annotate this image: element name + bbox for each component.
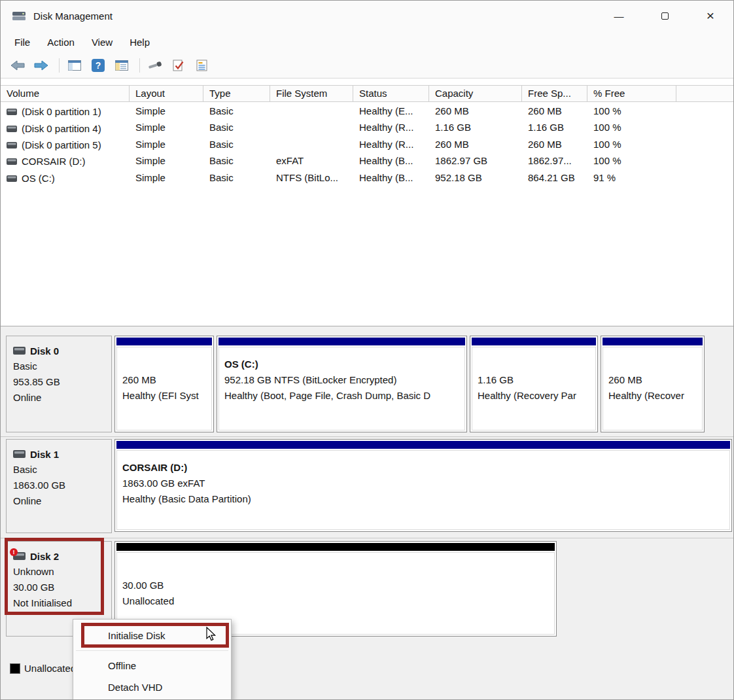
disk-panel-disk0[interactable]: Disk 0 Basic 953.85 GB Online [6, 336, 112, 432]
titlebar: Disk Management — × [1, 1, 733, 31]
close-button[interactable]: × [688, 1, 733, 31]
cell-pct-free: 100 % [587, 120, 676, 136]
disk-name: Disk 2 [30, 551, 59, 562]
partition-title: OS (C:) [224, 357, 464, 372]
column-header-blank [676, 86, 734, 101]
cell-pct-free: 100 % [587, 137, 676, 153]
window-controls: — × [596, 1, 733, 31]
volume-name: (Disk 0 partition 1) [22, 106, 101, 117]
minimize-button[interactable]: — [596, 1, 642, 31]
volume-list-pane: Volume Layout Type File System Status Ca… [1, 79, 733, 326]
menu-view[interactable]: View [83, 33, 121, 51]
properties-icon[interactable] [192, 56, 213, 75]
cell-capacity: 260 MB [429, 137, 522, 153]
menu-item-detach-vhd[interactable]: Detach VHD [73, 676, 231, 698]
help-icon[interactable]: ? [88, 56, 109, 75]
console-tree-icon[interactable] [64, 56, 85, 75]
column-header-free-space[interactable]: Free Sp... [522, 86, 587, 101]
partition-title: CORSAIR (D:) [122, 460, 729, 476]
partition-body: 260 MB Healthy (Recover [603, 347, 703, 430]
primary-partition-band [116, 441, 730, 449]
partition-disk0-efi[interactable]: 260 MB Healthy (EFI Syst [114, 336, 214, 432]
cell-type: Basic [203, 153, 270, 169]
cell-file-system [270, 103, 353, 120]
cell-layout: Simple [130, 170, 203, 186]
cell-file-system: NTFS (BitLo... [270, 170, 353, 186]
partition-title [608, 357, 702, 372]
cell-status: Healthy (E... [353, 103, 429, 120]
menu-help[interactable]: Help [121, 33, 158, 51]
partition-title [478, 357, 595, 372]
volume-icon [7, 123, 17, 134]
table-row[interactable]: (Disk 0 partition 5) Simple Basic Health… [1, 137, 733, 153]
menu-action[interactable]: Action [39, 33, 83, 51]
legend: Unallocated [10, 663, 76, 674]
partition-title [122, 562, 554, 578]
menu-separator [76, 650, 228, 651]
tools-icon[interactable] [145, 56, 166, 75]
partition-disk0-recovery1[interactable]: 1.16 GB Healthy (Recovery Par [470, 336, 598, 432]
disk-status: Online [13, 390, 111, 406]
disk-name: Disk 1 [30, 449, 59, 460]
volume-icon [7, 139, 17, 150]
cell-type: Basic [203, 137, 270, 153]
menu-item-offline[interactable]: Offline [73, 655, 231, 676]
disk-icon [13, 450, 26, 458]
table-row[interactable]: OS (C:) Simple Basic NTFS (BitLo... Heal… [1, 170, 733, 186]
cell-layout: Simple [130, 153, 203, 169]
partition-body: OS (C:) 952.18 GB NTFS (BitLocker Encryp… [218, 347, 465, 430]
volume-name: (Disk 0 partition 5) [22, 139, 101, 150]
checkmark-icon[interactable] [168, 56, 189, 75]
volume-icon [7, 156, 17, 167]
back-icon[interactable] [7, 56, 28, 75]
volume-name: CORSAIR (D:) [22, 156, 86, 167]
show-hide-icon[interactable] [111, 56, 132, 75]
table-row[interactable]: (Disk 0 partition 1) Simple Basic Health… [1, 103, 733, 120]
column-header-pct-free[interactable]: % Free [587, 86, 676, 101]
cell-free-space: 864.21 GB [522, 170, 587, 186]
question-mark-icon: ? [92, 59, 105, 72]
cell-file-system [270, 137, 353, 153]
cell-free-space: 260 MB [522, 137, 587, 153]
column-header-layout[interactable]: Layout [130, 86, 203, 101]
menu-file[interactable]: File [6, 33, 39, 51]
disk-error-icon: ! [13, 552, 26, 560]
partition-size: 952.18 GB NTFS (BitLocker Encrypted) [224, 372, 464, 388]
menu-item-initialise-disk[interactable]: Initialise Disk [73, 625, 231, 646]
partition-body: 1.16 GB Healthy (Recovery Par [472, 347, 596, 430]
disk-management-window: Disk Management — × File Action View Hel… [0, 0, 734, 700]
table-row[interactable]: (Disk 0 partition 4) Simple Basic Health… [1, 120, 733, 136]
table-header: Volume Layout Type File System Status Ca… [1, 85, 733, 102]
partition-size: 260 MB [608, 372, 702, 388]
partition-body: 260 MB Healthy (EFI Syst [116, 347, 212, 430]
volume-icon [7, 173, 17, 184]
cell-layout: Simple [130, 120, 203, 136]
partition-disk1-corsair-d[interactable]: CORSAIR (D:) 1863.00 GB exFAT Healthy (B… [114, 439, 732, 532]
cell-layout: Simple [130, 103, 203, 120]
column-header-status[interactable]: Status [353, 86, 429, 101]
cell-type: Basic [203, 120, 270, 136]
column-header-file-system[interactable]: File System [270, 86, 353, 101]
forward-icon[interactable] [31, 56, 52, 75]
toolbar: ? [1, 53, 733, 79]
volume-name: (Disk 0 partition 4) [22, 123, 101, 134]
disk-status: Not Initialised [13, 595, 111, 611]
column-header-type[interactable]: Type [203, 86, 270, 101]
table-row[interactable]: CORSAIR (D:) Simple Basic exFAT Healthy … [1, 153, 733, 169]
disk-size: 30.00 GB [13, 580, 111, 595]
cell-free-space: 1862.97... [522, 153, 587, 169]
partition-size: 30.00 GB [122, 578, 554, 593]
disk-panel-disk1[interactable]: Disk 1 Basic 1863.00 GB Online [6, 439, 112, 533]
cell-type: Basic [203, 103, 270, 120]
disk-name: Disk 0 [30, 345, 59, 357]
maximize-button[interactable] [642, 1, 688, 31]
column-header-capacity[interactable]: Capacity [429, 86, 522, 101]
partition-status: Healthy (Recovery Par [478, 388, 595, 404]
toolbar-separator [59, 58, 60, 73]
primary-partition-band [603, 338, 703, 345]
partition-disk0-recovery2[interactable]: 260 MB Healthy (Recover [601, 336, 705, 432]
partition-disk0-os-c[interactable]: OS (C:) 952.18 GB NTFS (BitLocker Encryp… [217, 336, 467, 432]
column-header-volume[interactable]: Volume [1, 86, 130, 101]
cell-capacity: 1.16 GB [429, 120, 522, 136]
partition-status: Healthy (Basic Data Partition) [122, 491, 729, 507]
